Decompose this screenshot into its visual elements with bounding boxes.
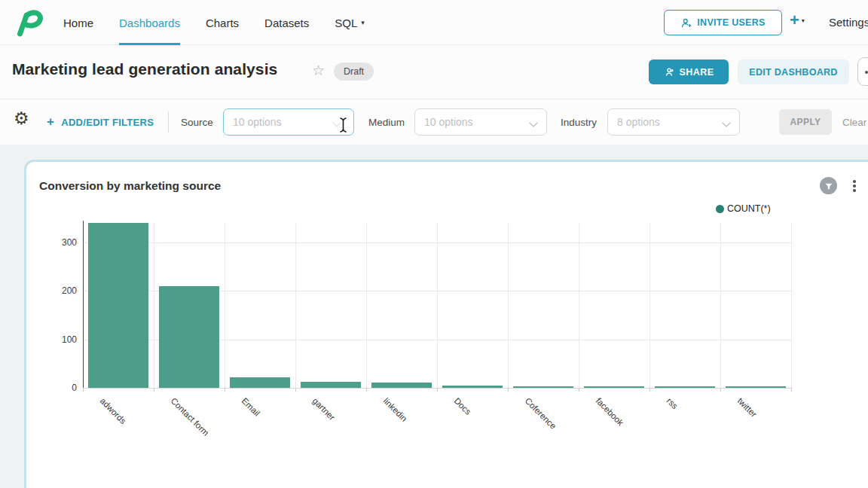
y-axis-tick-label: 0: [47, 383, 77, 393]
plus-icon: +: [790, 12, 799, 29]
bar-facebook[interactable]: [584, 386, 644, 388]
y-axis-tick-label: 300: [47, 237, 77, 248]
x-gridline: [225, 222, 225, 388]
x-axis-label: Contact form: [170, 396, 211, 438]
gear-icon[interactable]: ⚙: [14, 110, 29, 127]
nav-item-charts[interactable]: Charts: [206, 0, 239, 45]
filter-label-industry: Industry: [561, 117, 597, 128]
clear-all-button[interactable]: Clear all: [842, 117, 868, 128]
x-axis-tick: [791, 388, 792, 392]
preset-logo-icon[interactable]: [12, 7, 44, 38]
bar-rss[interactable]: [655, 386, 715, 388]
bar-Contact form[interactable]: [159, 286, 219, 388]
invite-users-button[interactable]: INVITE USERS: [664, 10, 782, 35]
x-gridline: [720, 222, 721, 388]
nav-label: Dashboards: [119, 17, 180, 29]
nav-item-dashboards[interactable]: Dashboards: [119, 0, 180, 45]
text-cursor-icon: [338, 117, 348, 133]
x-axis-label: Email: [240, 396, 262, 418]
page-title: Marketing lead generation analysis: [12, 60, 277, 78]
x-gridline: [649, 222, 650, 388]
nav-label: Home: [63, 17, 93, 29]
edit-dashboard-button[interactable]: EDIT DASHBOARD: [738, 59, 849, 84]
x-axis-label: gartner: [311, 396, 337, 422]
x-gridline: [366, 222, 367, 388]
select-value: 10 options: [424, 116, 473, 128]
x-gridline: [437, 222, 438, 388]
nav-item-settings[interactable]: Settings: [829, 16, 868, 29]
user-add-icon: [680, 17, 692, 29]
nav-label: Datasets: [264, 17, 309, 29]
filter-label-source: Source: [181, 117, 213, 128]
y-axis-tick-label: 100: [47, 334, 77, 345]
x-axis-label: adwords: [99, 396, 128, 425]
more-options-button[interactable]: [857, 57, 868, 86]
x-axis-label: Coference: [524, 396, 558, 431]
bar-chart-plot: 0100200300adwordsContact formEmailgartne…: [26, 162, 868, 488]
x-gridline: [579, 222, 579, 388]
new-item-menu-button[interactable]: + ▾: [790, 12, 805, 29]
status-badge: Draft: [334, 63, 374, 81]
main-nav: Home Dashboards Charts Datasets SQL▾: [63, 0, 365, 45]
x-axis-label: linkedin: [382, 396, 409, 423]
share-label: SHARE: [680, 67, 714, 78]
chevron-down-icon: [722, 118, 730, 127]
select-value: 10 options: [233, 116, 282, 128]
bar-Coference[interactable]: [513, 386, 573, 388]
favorite-star-icon[interactable]: ☆: [312, 62, 325, 79]
share-icon: [664, 67, 674, 78]
invite-users-label: INVITE USERS: [697, 17, 765, 28]
nav-item-sql[interactable]: SQL▾: [335, 0, 365, 45]
bar-linkedin[interactable]: [371, 383, 432, 388]
x-axis-label: twitter: [736, 396, 759, 419]
filter-bar: ⚙ + ADD/EDIT FILTERS Source 10 options M…: [0, 100, 868, 145]
bar-adwords[interactable]: [88, 223, 148, 388]
source-select[interactable]: 10 options: [223, 108, 354, 136]
nav-label: SQL: [335, 17, 357, 29]
industry-select[interactable]: 8 options: [607, 108, 740, 136]
bar-gartner[interactable]: [301, 382, 361, 388]
y-axis-tick-label: 200: [47, 285, 77, 296]
add-edit-filters-button[interactable]: + ADD/EDIT FILTERS: [47, 114, 154, 130]
x-axis-line: [83, 388, 791, 389]
x-axis-label: Docs: [453, 396, 473, 416]
x-axis-label: rss: [665, 396, 680, 410]
y-axis-line: [83, 221, 84, 388]
caret-down-icon: ▾: [802, 17, 805, 24]
bar-Docs[interactable]: [442, 386, 503, 388]
nav-item-datasets[interactable]: Datasets: [264, 0, 309, 45]
x-axis-label: facebook: [594, 396, 625, 427]
select-value: 8 options: [617, 116, 660, 128]
dashboard-content: Conversion by marketing source COUNT(*) …: [0, 145, 868, 488]
chevron-down-icon: [529, 118, 537, 127]
nav-label: Charts: [206, 17, 239, 29]
x-gridline: [508, 222, 509, 388]
bar-Email[interactable]: [230, 377, 290, 388]
x-gridline: [791, 222, 792, 388]
ellipsis-icon: [865, 71, 868, 74]
plus-icon: +: [47, 114, 54, 130]
bar-twitter[interactable]: [726, 386, 786, 388]
add-edit-filters-label: ADD/EDIT FILTERS: [61, 117, 154, 128]
dashboard-header: Marketing lead generation analysis ☆ Dra…: [0, 45, 868, 99]
apply-button[interactable]: APPLY: [779, 109, 832, 135]
medium-select[interactable]: 10 options: [414, 108, 547, 136]
nav-item-home[interactable]: Home: [63, 0, 93, 45]
caret-down-icon: ▾: [361, 19, 365, 26]
top-nav-bar: Home Dashboards Charts Datasets SQL▾ INV…: [0, 0, 868, 45]
x-gridline: [295, 222, 296, 388]
chart-card: Conversion by marketing source COUNT(*) …: [26, 162, 868, 488]
share-button[interactable]: SHARE: [649, 59, 729, 84]
x-gridline: [154, 222, 154, 388]
app-window: Home Dashboards Charts Datasets SQL▾ INV…: [0, 0, 868, 488]
divider: [168, 111, 169, 133]
filter-label-medium: Medium: [368, 117, 405, 128]
